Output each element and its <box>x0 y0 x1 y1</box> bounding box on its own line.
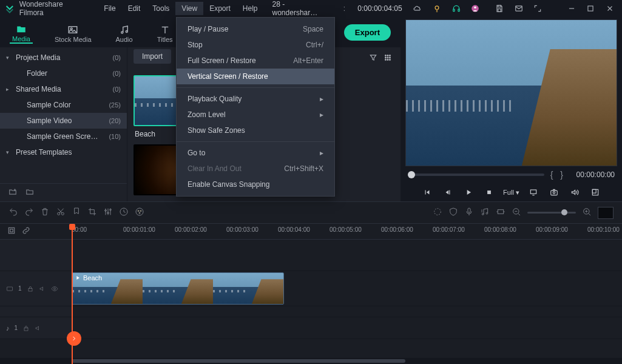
folder-icon[interactable] <box>25 187 34 198</box>
marker-icon[interactable] <box>72 207 81 218</box>
svg-point-35 <box>136 208 143 215</box>
grid-view-icon[interactable] <box>384 53 392 64</box>
audio-handle[interactable] <box>67 331 81 346</box>
lightbulb-icon[interactable] <box>430 1 444 16</box>
step-back-icon[interactable] <box>421 186 434 199</box>
delete-icon[interactable] <box>40 207 50 218</box>
volume-icon[interactable] <box>568 186 581 199</box>
import-button[interactable]: Import <box>134 49 171 64</box>
prev-frame-icon[interactable] <box>441 186 455 199</box>
stop-icon[interactable] <box>482 186 496 199</box>
menu-item-playback-quality[interactable]: Playback Quality▸ <box>177 91 334 107</box>
ruler-tick: 00:00:04:00 <box>278 226 310 233</box>
layout-icon[interactable] <box>589 186 602 199</box>
menu-item-play-pause[interactable]: Play / PauseSpace <box>177 21 334 37</box>
tree-item-sample-video[interactable]: Sample Video(20) <box>0 113 127 129</box>
menu-view[interactable]: View <box>175 2 203 15</box>
svg-point-26 <box>553 192 555 194</box>
equalizer-icon[interactable] <box>103 207 113 218</box>
project-name[interactable]: 28 - wondershar… <box>269 0 335 17</box>
zoom-slider[interactable] <box>527 212 576 214</box>
mark-out-icon[interactable]: } <box>559 170 564 180</box>
zoom-in-icon[interactable] <box>582 207 592 218</box>
expand-icon[interactable] <box>531 1 546 16</box>
svg-point-16 <box>385 56 386 58</box>
ruler-tick: 00:00:05:00 <box>330 226 362 233</box>
timeline-scrollbar[interactable] <box>0 358 622 364</box>
new-folder-icon[interactable] <box>8 187 17 198</box>
menu-help[interactable]: Help <box>237 2 264 15</box>
display-icon[interactable] <box>527 186 540 199</box>
track-options-icon[interactable] <box>7 226 16 237</box>
menu-item-stop[interactable]: StopCtrl+/ <box>177 37 334 53</box>
filter-icon[interactable] <box>369 53 377 64</box>
zoom-out-icon[interactable] <box>512 207 521 218</box>
audio-mixer-icon[interactable] <box>480 207 490 218</box>
headset-icon[interactable] <box>449 1 464 16</box>
menu-file[interactable]: File <box>98 2 121 15</box>
preview-canvas[interactable] <box>405 19 617 166</box>
mute-icon[interactable] <box>39 285 46 292</box>
tab-stock-media[interactable]: Stock Media <box>52 22 94 43</box>
tree-item-shared-media[interactable]: ▸Shared Media(0) <box>0 81 127 97</box>
menu-item-enable-canvas-snapping[interactable]: Enable Canvas Snapping <box>177 177 334 192</box>
save-icon[interactable] <box>492 1 507 16</box>
menu-export[interactable]: Export <box>203 2 237 15</box>
menu-tools[interactable]: Tools <box>146 2 175 15</box>
svg-rect-2 <box>458 9 459 12</box>
undo-icon[interactable] <box>8 207 18 218</box>
audio-track-number: 1 <box>15 325 18 331</box>
playback-speed[interactable]: Full ▾ <box>503 189 519 197</box>
mail-icon[interactable] <box>512 1 526 16</box>
tree-item-sample-color[interactable]: Sample Color(25) <box>0 97 127 113</box>
color-icon[interactable] <box>135 207 144 218</box>
timeline-ruler[interactable]: 00:0000:00:01:0000:00:02:0000:00:03:0000… <box>0 224 622 240</box>
tab-titles[interactable]: Titles <box>155 22 175 43</box>
voiceover-icon[interactable] <box>464 207 474 218</box>
svg-rect-49 <box>29 288 32 291</box>
menu-item-vertical-screen-restore[interactable]: Vertical Screen / Restore <box>177 69 334 84</box>
lock-icon[interactable] <box>22 325 30 332</box>
close-icon[interactable] <box>603 1 617 16</box>
cloud-icon[interactable] <box>411 1 425 16</box>
minimize-icon[interactable] <box>564 1 579 16</box>
svg-rect-24 <box>530 190 536 194</box>
mark-in-icon[interactable]: { <box>549 170 555 180</box>
fit-icon[interactable] <box>496 207 505 218</box>
shield-icon[interactable] <box>448 207 458 218</box>
avatar-icon[interactable] <box>468 1 483 16</box>
timeline-clip[interactable]: Beach <box>72 272 284 305</box>
preview-scrubber[interactable]: { } 00:00:00:00 <box>405 166 617 183</box>
lock-icon[interactable] <box>27 285 34 292</box>
audio-track-1[interactable]: ♪ 1 <box>0 317 622 339</box>
speed-icon[interactable] <box>119 207 129 218</box>
playhead[interactable] <box>72 224 73 364</box>
ruler-tick: 00:00:08:00 <box>484 226 516 233</box>
play-icon[interactable] <box>462 186 475 199</box>
menu-item-go-to[interactable]: Go to▸ <box>177 145 334 161</box>
timeline-minimap[interactable] <box>598 207 614 219</box>
export-button[interactable]: Export <box>344 24 391 41</box>
link-icon[interactable] <box>22 226 30 237</box>
mute-icon[interactable] <box>35 325 42 332</box>
tree-item-sample-green-scre-[interactable]: Sample Green Scre…(10) <box>0 129 127 144</box>
redo-icon[interactable] <box>24 207 34 218</box>
tab-audio[interactable]: Audio <box>113 22 135 43</box>
svg-point-21 <box>389 59 390 60</box>
visibility-icon[interactable] <box>51 285 58 292</box>
tree-item-preset-templates[interactable]: ▾Preset Templates <box>0 144 127 160</box>
render-icon[interactable] <box>433 207 442 218</box>
ruler-tick: 00:00:06:00 <box>381 226 413 233</box>
menu-item-full-screen-restore[interactable]: Full Screen / RestoreAlt+Enter <box>177 53 334 69</box>
svg-point-13 <box>385 55 386 56</box>
svg-point-12 <box>126 30 127 32</box>
cut-icon[interactable] <box>56 207 66 218</box>
tab-media[interactable]: Media <box>10 21 33 44</box>
menu-edit[interactable]: Edit <box>122 2 147 15</box>
crop-icon[interactable] <box>87 207 97 218</box>
snapshot-icon[interactable] <box>547 186 561 199</box>
maximize-icon[interactable] <box>584 1 598 16</box>
menu-item-show-safe-zones[interactable]: Show Safe Zones <box>177 123 334 138</box>
video-track-1[interactable]: 1 Beach <box>0 271 622 306</box>
menu-item-zoom-level[interactable]: Zoom Level▸ <box>177 107 334 123</box>
